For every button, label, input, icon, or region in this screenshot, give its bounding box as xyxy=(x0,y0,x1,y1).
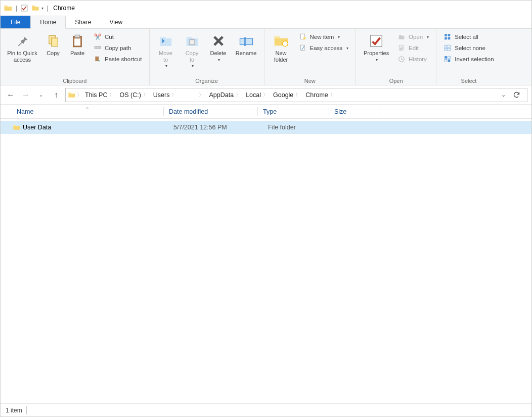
pin-to-quick-access-button[interactable]: Pin to Quick access xyxy=(5,31,40,65)
paste-shortcut-button[interactable]: Paste shortcut xyxy=(91,54,145,64)
tab-view[interactable]: View xyxy=(100,16,131,28)
group-organize: Move to▾ Copy to▾ Delete▾ Rename Organiz… xyxy=(150,29,264,85)
group-select: Select all Select none Invert selection … xyxy=(436,29,501,85)
svg-rect-23 xyxy=(448,45,451,48)
svg-point-11 xyxy=(282,41,288,47)
tab-home[interactable]: Home xyxy=(30,16,66,29)
move-to-icon xyxy=(158,33,174,49)
quick-access-toolbar: ▾ xyxy=(20,4,43,12)
new-folder-button[interactable]: New folder xyxy=(269,31,294,65)
svg-rect-5 xyxy=(74,38,80,45)
file-date: 5/7/2021 12:56 PM xyxy=(173,124,268,131)
breadcrumb-item[interactable]: Users〉 xyxy=(151,91,179,99)
properties-icon xyxy=(368,33,384,49)
copy-button[interactable]: Copy xyxy=(42,31,64,59)
breadcrumb-item[interactable]: OS (C:)〉 xyxy=(117,91,150,99)
rename-button[interactable]: Rename xyxy=(233,31,260,59)
select-none-button[interactable]: Select none xyxy=(440,43,497,53)
chevron-right-icon: 〉 xyxy=(235,91,241,99)
svg-rect-25 xyxy=(448,49,451,51)
svg-rect-21 xyxy=(448,37,451,40)
chevron-right-icon[interactable]: 〉 xyxy=(77,91,82,99)
paste-icon xyxy=(69,33,85,49)
copy-to-button[interactable]: Copy to▾ xyxy=(180,31,204,70)
cut-button[interactable]: ✂️Cut xyxy=(91,32,145,42)
breadcrumb-item[interactable]: AppData〉 xyxy=(207,91,243,99)
chevron-right-icon: 〉 xyxy=(108,91,114,99)
svg-rect-0 xyxy=(21,5,27,11)
breadcrumb-item[interactable]: Chrome〉 xyxy=(303,91,337,99)
open-button[interactable]: Open▾ xyxy=(394,32,432,42)
chevron-right-icon: 〉 xyxy=(294,91,300,99)
separator xyxy=(26,406,27,414)
svg-rect-18 xyxy=(445,34,447,36)
history-button[interactable]: History xyxy=(394,54,432,64)
breadcrumb-item[interactable]: This PC〉 xyxy=(83,91,116,99)
breadcrumb-item[interactable]: Google〉 xyxy=(271,91,302,99)
rename-icon xyxy=(238,33,254,49)
forward-button[interactable]: → xyxy=(20,89,32,101)
column-size[interactable]: Size xyxy=(329,108,380,115)
svg-rect-19 xyxy=(448,34,451,36)
item-count: 1 item xyxy=(6,407,22,414)
qat-folder-icon[interactable] xyxy=(31,4,39,12)
back-button[interactable]: ← xyxy=(5,89,17,101)
invert-selection-button[interactable]: Invert selection xyxy=(440,54,497,64)
open-icon xyxy=(397,33,406,41)
address-dropdown-icon[interactable]: ⌄ xyxy=(501,91,506,98)
file-list[interactable]: User Data 5/7/2021 12:56 PM File folder xyxy=(1,119,531,403)
address-bar[interactable]: 〉 This PC〉 OS (C:)〉 Users〉 〉 AppData〉 Lo… xyxy=(65,88,527,102)
chevron-down-icon: ▾ xyxy=(346,46,348,51)
delete-button[interactable]: Delete▾ xyxy=(206,31,231,64)
separator: | xyxy=(15,5,18,12)
chevron-down-icon: ▾ xyxy=(338,35,340,39)
move-to-button[interactable]: Move to▾ xyxy=(154,31,178,70)
group-clipboard: Pin to Quick access Copy Paste ✂️Cut Cop… xyxy=(1,29,150,85)
svg-rect-4 xyxy=(75,35,79,37)
chevron-right-icon: 〉 xyxy=(142,91,148,99)
chevron-down-icon: ▾ xyxy=(218,58,220,62)
folder-icon xyxy=(4,4,13,13)
title-bar: | ▾ | Chrome xyxy=(1,1,531,16)
ribbon-tabs: File Home Share View xyxy=(1,16,531,29)
svg-rect-9 xyxy=(240,38,252,45)
chevron-down-icon: ▾ xyxy=(427,35,429,39)
breadcrumb-item[interactable]: Local〉 xyxy=(244,91,270,99)
easy-access-button[interactable]: Easy access▾ xyxy=(296,43,352,53)
recent-locations-button[interactable]: ⌄ xyxy=(35,89,47,101)
history-icon xyxy=(397,55,406,63)
paste-button[interactable]: Paste xyxy=(66,31,88,59)
ribbon: Pin to Quick access Copy Paste ✂️Cut Cop… xyxy=(1,29,531,85)
edit-button[interactable]: Edit xyxy=(394,43,432,53)
column-separator[interactable] xyxy=(380,107,380,116)
column-date-modified[interactable]: Date modified xyxy=(164,108,257,115)
refresh-button[interactable] xyxy=(511,89,522,101)
new-item-button[interactable]: New item▾ xyxy=(296,32,352,42)
file-row[interactable]: User Data 5/7/2021 12:56 PM File folder xyxy=(1,121,531,134)
copy-path-button[interactable]: Copy path xyxy=(91,43,145,53)
svg-rect-2 xyxy=(52,38,58,46)
window-title: Chrome xyxy=(51,5,75,12)
address-bar-row: ← → ⌄ ↑ 〉 This PC〉 OS (C:)〉 Users〉 〉 App… xyxy=(1,85,531,105)
properties-button[interactable]: Properties▾ xyxy=(360,31,392,64)
tab-file[interactable]: File xyxy=(1,16,30,28)
chevron-right-icon: 〉 xyxy=(262,91,268,99)
file-name: User Data xyxy=(23,124,173,131)
breadcrumb-item[interactable]: 〉 xyxy=(180,91,206,99)
svg-point-13 xyxy=(303,37,305,40)
svg-rect-15 xyxy=(371,35,382,47)
column-type[interactable]: Type xyxy=(258,108,329,115)
column-name[interactable]: Name⌃ xyxy=(12,108,163,115)
folder-icon xyxy=(13,123,23,131)
tab-share[interactable]: Share xyxy=(66,16,100,28)
pin-icon xyxy=(14,33,30,49)
copy-path-icon xyxy=(94,44,102,52)
sort-indicator-icon: ⌃ xyxy=(85,107,90,112)
svg-rect-10 xyxy=(244,37,246,47)
select-none-icon xyxy=(444,44,452,52)
up-button[interactable]: ↑ xyxy=(50,89,62,101)
select-all-button[interactable]: Select all xyxy=(440,32,497,42)
qat-dropdown-icon[interactable]: ▾ xyxy=(41,6,43,11)
chevron-down-icon: ▾ xyxy=(165,64,167,68)
qat-properties-icon[interactable] xyxy=(20,4,28,12)
